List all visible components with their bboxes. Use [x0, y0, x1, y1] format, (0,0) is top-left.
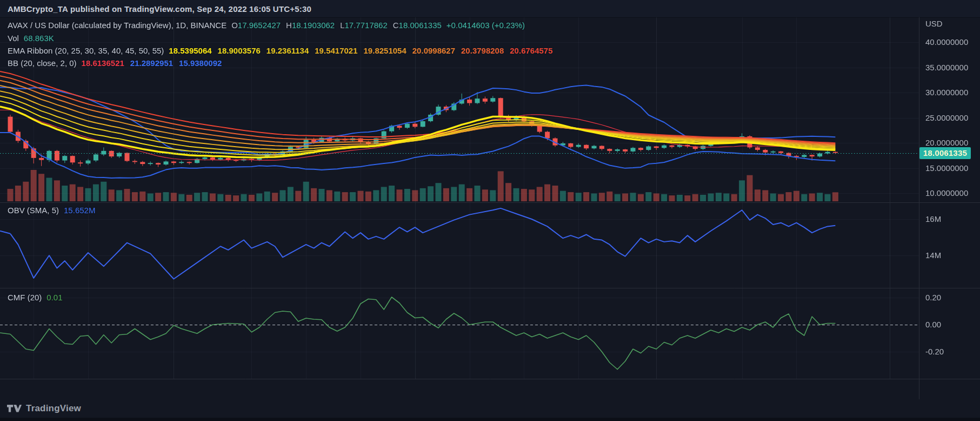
price-tick: 25.0000000 [925, 113, 968, 122]
tradingview-published-chart: AMBCrypto_TA published on TradingView.co… [0, 0, 980, 421]
price-axis[interactable]: USD 40.000000035.000000030.000000025.000… [919, 17, 980, 399]
tradingview-wordmark[interactable]: TradingView [26, 403, 81, 414]
cmf-tick: -0.20 [925, 347, 944, 356]
price-tick: 10.0000000 [925, 188, 968, 198]
price-tick: 30.0000000 [925, 88, 968, 97]
price-axis-currency: USD [925, 19, 943, 28]
tradingview-logo-icon[interactable] [7, 404, 22, 413]
price-tick: 15.0000000 [925, 163, 968, 173]
logo-bar: TradingView [0, 399, 980, 418]
cmf-tick: 0.20 [925, 293, 941, 302]
bottom-edge-strip [0, 418, 980, 421]
obv-tick: 14M [925, 251, 941, 260]
cmf-tick: 0.00 [925, 320, 941, 329]
obv-tick: 16M [925, 214, 941, 223]
price-tick: 20.0000000 [925, 138, 968, 147]
price-tick: 35.0000000 [925, 63, 968, 72]
current-price-tag: 18.0061335 [919, 147, 971, 159]
time-axis[interactable]: 1320Jul111825Aug81522Sep1219Oct [0, 379, 919, 399]
price-tick: 40.0000000 [925, 37, 968, 47]
chart-canvas[interactable] [0, 0, 980, 421]
